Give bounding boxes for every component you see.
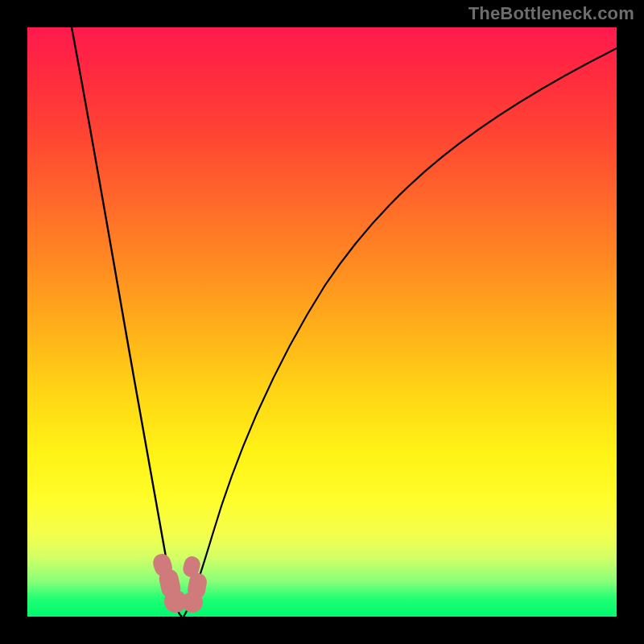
bottleneck-curve <box>27 27 617 617</box>
frame: TheBottleneck.com <box>0 0 644 644</box>
curve-left-branch <box>72 27 182 617</box>
watermark-text: TheBottleneck.com <box>469 3 634 24</box>
curve-right-branch <box>184 48 617 617</box>
plot-area <box>27 27 617 617</box>
marker-right-3 <box>182 592 203 613</box>
